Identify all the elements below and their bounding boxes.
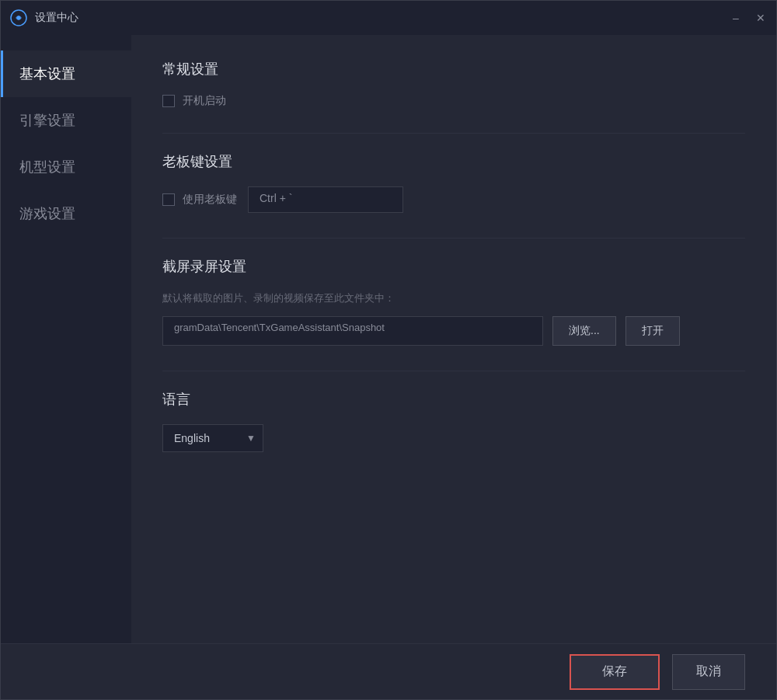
divider-1 xyxy=(162,133,745,134)
startup-checkbox-label: 开机启动 xyxy=(183,94,226,108)
screenshot-title: 截屏录屏设置 xyxy=(162,257,745,276)
boss-key-title: 老板键设置 xyxy=(162,152,745,171)
startup-checkbox-container[interactable]: 开机启动 xyxy=(162,94,226,108)
main-content: 常规设置 开机启动 老板键设置 使用老板键 xyxy=(131,35,776,643)
minimize-button[interactable]: – xyxy=(730,12,742,24)
title-bar-left: 设置中心 xyxy=(10,9,78,26)
title-bar-controls: – ✕ xyxy=(730,12,767,24)
boss-key-row: 使用老板键 Ctrl + ` xyxy=(162,186,745,213)
sidebar-item-basic[interactable]: 基本设置 xyxy=(1,50,131,97)
sidebar-item-engine-label: 引擎设置 xyxy=(19,113,75,128)
sidebar-item-game-label: 游戏设置 xyxy=(19,206,75,221)
close-button[interactable]: ✕ xyxy=(754,12,767,24)
boss-key-section: 老板键设置 使用老板键 Ctrl + ` xyxy=(162,152,745,213)
save-button[interactable]: 保存 xyxy=(570,654,660,690)
sidebar-item-engine[interactable]: 引擎设置 xyxy=(1,97,131,144)
sidebar-item-model[interactable]: 机型设置 xyxy=(1,144,131,190)
boss-key-input[interactable]: Ctrl + ` xyxy=(248,186,403,213)
content-area: 基本设置 引擎设置 机型设置 游戏设置 常规设置 开机启动 xyxy=(1,35,776,643)
svg-point-1 xyxy=(17,16,21,20)
language-title: 语言 xyxy=(162,390,745,409)
window-title: 设置中心 xyxy=(35,11,78,25)
boss-key-checkbox-container[interactable]: 使用老板键 xyxy=(162,193,237,207)
language-section: 语言 English 中文(简体) 中文(繁體) ▼ xyxy=(162,390,745,452)
cancel-button[interactable]: 取消 xyxy=(672,654,745,690)
title-bar: 设置中心 – ✕ xyxy=(1,1,776,35)
open-folder-button[interactable]: 打开 xyxy=(625,316,680,346)
general-settings-section: 常规设置 开机启动 xyxy=(162,60,745,108)
divider-3 xyxy=(162,371,745,371)
file-path-row: gramData\Tencent\TxGameAssistant\Snapsho… xyxy=(162,316,745,346)
startup-checkbox[interactable] xyxy=(162,95,175,107)
bottom-bar: 保存 取消 xyxy=(1,643,776,699)
sidebar-item-basic-label: 基本设置 xyxy=(19,66,75,82)
screenshot-section: 截屏录屏设置 默认将截取的图片、录制的视频保存至此文件夹中： gramData\… xyxy=(162,257,745,346)
boss-key-checkbox[interactable] xyxy=(162,193,175,206)
app-icon xyxy=(10,9,27,26)
startup-row: 开机启动 xyxy=(162,94,745,108)
sidebar-item-model-label: 机型设置 xyxy=(19,159,75,175)
divider-2 xyxy=(162,238,745,239)
boss-key-checkbox-label: 使用老板键 xyxy=(183,193,237,207)
settings-window: 设置中心 – ✕ 基本设置 引擎设置 机型设置 游戏设置 xyxy=(0,0,777,700)
general-settings-title: 常规设置 xyxy=(162,60,745,78)
sidebar: 基本设置 引擎设置 机型设置 游戏设置 xyxy=(1,35,131,643)
language-select-wrapper: English 中文(简体) 中文(繁體) ▼ xyxy=(162,424,263,452)
sidebar-item-game[interactable]: 游戏设置 xyxy=(1,190,131,237)
browse-button[interactable]: 浏览... xyxy=(552,316,616,346)
file-path-input[interactable]: gramData\Tencent\TxGameAssistant\Snapsho… xyxy=(162,316,543,346)
screenshot-description: 默认将截取的图片、录制的视频保存至此文件夹中： xyxy=(162,291,745,305)
language-select[interactable]: English 中文(简体) 中文(繁體) xyxy=(162,424,263,452)
